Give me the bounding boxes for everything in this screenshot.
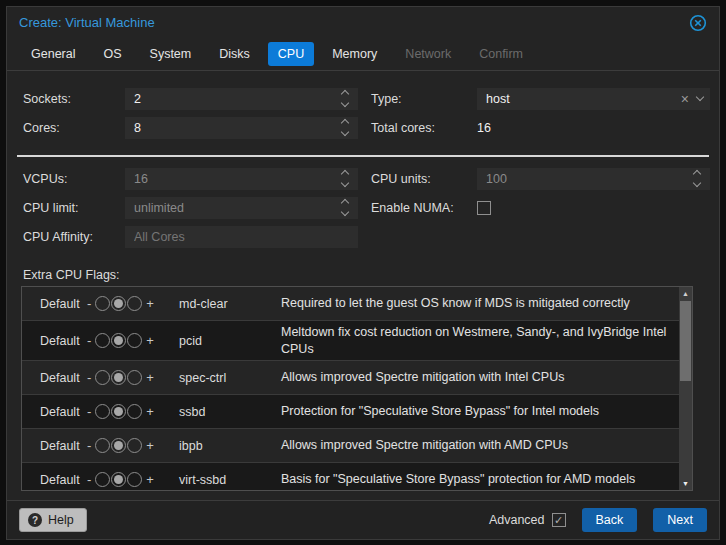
type-label: Type: [371, 92, 477, 106]
flag-on-radio[interactable] [127, 472, 142, 487]
flag-tristate-slider[interactable]: - + [84, 333, 179, 348]
flag-description: Protection for "Speculative Store Bypass… [281, 403, 679, 419]
flag-off-radio[interactable] [95, 333, 110, 348]
tab-bar: General OS System Disks CPU Memory Netwo… [7, 38, 719, 71]
clear-icon[interactable]: × [679, 91, 691, 107]
minus-icon[interactable]: - [84, 472, 94, 487]
cpu-affinity-input[interactable] [125, 226, 358, 248]
flag-name: spec-ctrl [179, 371, 281, 385]
cpu-limit-spinner[interactable] [338, 197, 352, 219]
flag-on-radio[interactable] [127, 370, 142, 385]
scrollbar-thumb[interactable] [680, 301, 691, 381]
vcpus-input[interactable] [125, 168, 358, 190]
flag-on-radio[interactable] [127, 438, 142, 453]
cpu-affinity-field[interactable] [125, 226, 358, 248]
flag-tristate-slider[interactable]: - + [84, 472, 179, 487]
flag-description: Required to let the guest OS know if MDS… [281, 295, 679, 311]
minus-icon[interactable]: - [84, 370, 94, 385]
create-vm-dialog: Create: Virtual Machine General OS Syste… [6, 6, 720, 540]
sockets-spinner[interactable] [338, 88, 352, 110]
plus-icon[interactable]: + [143, 296, 157, 311]
cores-spinner[interactable] [338, 117, 352, 139]
flag-default-radio[interactable] [111, 333, 126, 348]
plus-icon[interactable]: + [143, 404, 157, 419]
flag-on-radio[interactable] [127, 333, 142, 348]
flag-name: pcid [179, 334, 281, 348]
table-scrollbar[interactable]: ▲ ▼ [679, 287, 692, 490]
spinner-down-icon[interactable] [341, 179, 349, 187]
flag-row-ssbd[interactable]: Default - + ssbd Protection for "Specula… [22, 395, 679, 429]
flag-row-ibpb[interactable]: Default - + ibpb Allows improved Spectre… [22, 429, 679, 463]
vcpus-spinner[interactable] [338, 168, 352, 190]
spinner-up-icon[interactable] [341, 199, 349, 207]
spinner-up-icon[interactable] [341, 90, 349, 98]
flag-default-radio[interactable] [111, 472, 126, 487]
vcpus-field[interactable] [125, 168, 358, 190]
close-icon[interactable] [689, 14, 707, 32]
flag-name: ssbd [179, 405, 281, 419]
scroll-up-icon[interactable]: ▲ [679, 287, 692, 300]
tab-system[interactable]: System [140, 42, 202, 66]
tab-cpu[interactable]: CPU [268, 42, 314, 66]
minus-icon[interactable]: - [84, 438, 94, 453]
cpu-units-input[interactable] [477, 168, 710, 190]
plus-icon[interactable]: + [143, 370, 157, 385]
minus-icon[interactable]: - [84, 333, 94, 348]
flag-default-radio[interactable] [111, 370, 126, 385]
flag-tristate-slider[interactable]: - + [84, 438, 179, 453]
type-combo-input[interactable] [477, 88, 710, 110]
cpu-units-field[interactable] [477, 168, 710, 190]
back-button[interactable]: Back [582, 508, 638, 532]
help-button[interactable]: ? Help [19, 508, 87, 532]
type-field[interactable]: × [477, 88, 710, 110]
flag-on-radio[interactable] [127, 404, 142, 419]
chevron-down-icon[interactable] [696, 93, 704, 101]
flag-on-radio[interactable] [127, 296, 142, 311]
flag-off-radio[interactable] [95, 370, 110, 385]
flag-row-pcid[interactable]: Default - + pcid Meltdown fix cost reduc… [22, 321, 679, 361]
spinner-down-icon[interactable] [341, 208, 349, 216]
sockets-field[interactable] [125, 88, 358, 110]
flag-default-radio[interactable] [111, 404, 126, 419]
enable-numa-checkbox[interactable] [477, 201, 491, 215]
question-icon: ? [28, 513, 42, 527]
plus-icon[interactable]: + [143, 472, 157, 487]
spinner-up-icon[interactable] [341, 170, 349, 178]
spinner-up-icon[interactable] [693, 170, 701, 178]
flag-default-radio[interactable] [111, 438, 126, 453]
cpu-limit-field[interactable] [125, 197, 358, 219]
plus-icon[interactable]: + [143, 333, 157, 348]
scroll-down-icon[interactable]: ▼ [679, 477, 692, 490]
tab-os[interactable]: OS [93, 42, 131, 66]
tab-general[interactable]: General [21, 42, 85, 66]
flag-tristate-slider[interactable]: - + [84, 370, 179, 385]
spinner-down-icon[interactable] [341, 99, 349, 107]
minus-icon[interactable]: - [84, 404, 94, 419]
check-icon: ✓ [554, 514, 563, 527]
plus-icon[interactable]: + [143, 438, 157, 453]
sockets-input[interactable] [125, 88, 358, 110]
cpu-units-label: CPU units: [371, 172, 477, 186]
flag-tristate-slider[interactable]: - + [84, 404, 179, 419]
flag-tristate-slider[interactable]: - + [84, 296, 179, 311]
flag-row-virt-ssbd[interactable]: Default - + virt-ssbd Basis for "Specula… [22, 463, 679, 491]
flag-off-radio[interactable] [95, 296, 110, 311]
next-button[interactable]: Next [653, 508, 707, 532]
cpu-limit-input[interactable] [125, 197, 358, 219]
spinner-down-icon[interactable] [693, 179, 701, 187]
cores-field[interactable] [125, 117, 358, 139]
spinner-up-icon[interactable] [341, 119, 349, 127]
cpu-units-spinner[interactable] [690, 168, 704, 190]
tab-disks[interactable]: Disks [209, 42, 260, 66]
minus-icon[interactable]: - [84, 296, 94, 311]
spinner-down-icon[interactable] [341, 128, 349, 136]
tab-memory[interactable]: Memory [322, 42, 387, 66]
flag-off-radio[interactable] [95, 404, 110, 419]
flag-row-spec-ctrl[interactable]: Default - + spec-ctrl Allows improved Sp… [22, 361, 679, 395]
cores-input[interactable] [125, 117, 358, 139]
advanced-checkbox[interactable]: ✓ [552, 513, 566, 527]
flag-off-radio[interactable] [95, 472, 110, 487]
flag-off-radio[interactable] [95, 438, 110, 453]
flag-default-radio[interactable] [111, 296, 126, 311]
flag-row-md-clear[interactable]: Default - + md-clear Required to let the… [22, 287, 679, 321]
